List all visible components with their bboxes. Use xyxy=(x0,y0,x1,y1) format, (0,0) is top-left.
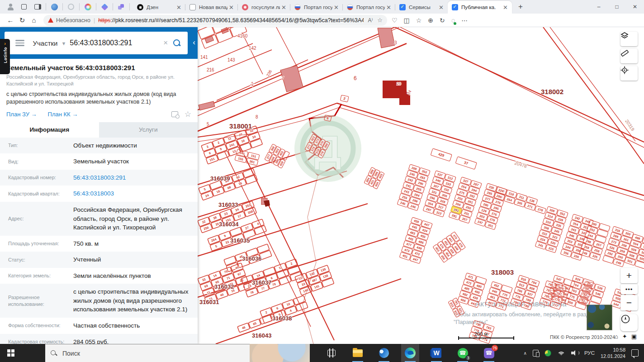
locate-button[interactable] xyxy=(620,66,638,81)
tab-close-icon[interactable]: ✕ xyxy=(280,4,288,11)
sidebar-window-icon[interactable] xyxy=(31,0,44,14)
antivirus-icon[interactable] xyxy=(545,350,551,357)
favorite-icon[interactable]: ☆ xyxy=(185,110,191,118)
tab-close-icon[interactable]: ✕ xyxy=(332,4,340,11)
maximize-button[interactable]: □ xyxy=(608,0,626,14)
zoom-more-button[interactable]: ••• xyxy=(620,284,638,294)
svg-text:4: 4 xyxy=(289,309,292,312)
svg-text:7: 7 xyxy=(281,76,284,81)
tray-chevron-icon[interactable]: ∧ xyxy=(524,351,527,356)
svg-text:461: 461 xyxy=(490,295,496,300)
favorite-star-icon[interactable]: ☆ xyxy=(377,17,383,24)
svg-text:316038: 316038 xyxy=(272,315,292,322)
browser-tab-1[interactable]: Дзен✕ xyxy=(133,1,185,14)
tab-stack-icon[interactable] xyxy=(17,0,31,14)
pinned-tab-purple-cards[interactable] xyxy=(114,0,128,14)
word-icon[interactable]: W xyxy=(427,344,445,362)
refresh-button[interactable]: ↻ xyxy=(16,14,28,26)
whatsapp-icon[interactable]: ☎3 xyxy=(454,344,472,362)
start-button[interactable] xyxy=(0,344,22,362)
history-icon[interactable]: ↻ xyxy=(440,17,445,24)
split-screen-icon[interactable]: ◫ xyxy=(404,17,410,24)
minimize-button[interactable]: – xyxy=(590,0,608,14)
viber-icon[interactable]: ☎76 xyxy=(480,344,498,362)
browser-tab-5[interactable]: Портал госуда✕ xyxy=(343,1,395,14)
more-menu-icon[interactable]: ⋯ xyxy=(461,17,468,24)
wifi-icon[interactable] xyxy=(557,350,565,356)
search-icon[interactable] xyxy=(173,39,180,47)
collections-icon[interactable]: ⊕ xyxy=(428,17,433,24)
language-indicator[interactable]: РУС xyxy=(584,350,595,356)
pinned-tab-color-ring[interactable] xyxy=(81,0,95,14)
browser-essentials-icon[interactable]: ♡ xyxy=(392,17,398,24)
profile-avatar-icon[interactable] xyxy=(4,0,17,14)
tab-close-icon[interactable]: ✕ xyxy=(175,4,183,11)
notification-center-icon[interactable] xyxy=(631,349,639,357)
map-area[interactable]: Актуализация завершена Чтобы активироват… xyxy=(198,27,644,344)
task-view-icon[interactable] xyxy=(322,344,341,362)
system-tray: ∧ РУС 10:58 12.01.2024 xyxy=(524,347,644,360)
new-tab-button[interactable]: + xyxy=(515,1,526,13)
browser-tab-3[interactable]: госуслуги лич✕ xyxy=(238,1,290,14)
photos-app-icon[interactable] xyxy=(375,344,393,362)
browser-tab-4[interactable]: Портал госуда✕ xyxy=(290,1,343,14)
browser-tab-7[interactable]: Публичная ка.✕ xyxy=(448,1,512,14)
tab-close-icon[interactable]: ✕ xyxy=(502,4,509,11)
plan-view-icon[interactable] xyxy=(171,111,178,117)
clock[interactable]: 10:58 12.01.2024 xyxy=(601,347,625,360)
device-cast-icon[interactable] xyxy=(533,350,539,357)
close-button[interactable]: ✕ xyxy=(626,0,644,14)
tab-close-icon[interactable]: ✕ xyxy=(227,4,235,11)
info-value[interactable]: 56:43:0318003 xyxy=(71,189,114,198)
read-aloud-icon[interactable]: A⁾ xyxy=(368,17,373,24)
svg-text:34: 34 xyxy=(252,135,256,139)
basemap-thumbnail[interactable] xyxy=(587,305,612,330)
info-value[interactable]: 56:43:0318003:291 xyxy=(71,173,126,182)
file-explorer-icon[interactable] xyxy=(349,344,367,362)
security-warning-label[interactable]: Небезопасно xyxy=(56,17,90,24)
tab-information[interactable]: Информация xyxy=(0,122,99,138)
back-button[interactable]: ← xyxy=(5,14,16,26)
svg-text:243: 243 xyxy=(403,189,409,194)
zoom-out-button[interactable]: − xyxy=(620,295,638,310)
search-highlight-image[interactable] xyxy=(250,344,310,362)
pinned-tab-diamond[interactable] xyxy=(98,0,111,14)
zoom-in-button[interactable]: + xyxy=(620,268,638,283)
tab-close-icon[interactable]: ✕ xyxy=(437,4,445,11)
svg-text:470: 470 xyxy=(453,234,458,240)
svg-text:71: 71 xyxy=(226,276,231,280)
basemap-switch-icon[interactable]: ▣ xyxy=(631,333,637,340)
browser-tab-6[interactable]: Сервисы✕ xyxy=(395,1,448,14)
pinned-tab-blue-globe[interactable] xyxy=(47,0,61,14)
center-map-icon[interactable]: ✦ xyxy=(622,333,627,340)
tab-services[interactable]: Услуги xyxy=(99,122,198,138)
info-row: Кадастровый квартал:56:43:0318003 xyxy=(0,186,198,202)
my-location-button[interactable] xyxy=(620,314,638,331)
sync-status-icon[interactable]: ◌ xyxy=(451,17,455,24)
layers-button[interactable] xyxy=(620,32,638,46)
edge-browser-icon[interactable] xyxy=(401,344,419,362)
menu-icon[interactable] xyxy=(15,40,24,46)
address-bar[interactable]: Небезопасно | https ://pkk.rosreestr.ru/… xyxy=(43,15,387,26)
taskbar-search[interactable]: Поиск xyxy=(45,344,250,362)
plan-kk-link[interactable]: План КК → xyxy=(48,111,78,118)
plan-zu-link[interactable]: План ЗУ → xyxy=(6,111,37,118)
search-input[interactable] xyxy=(70,39,163,47)
svg-text:299: 299 xyxy=(412,199,418,203)
pinned-tab-gray-circle[interactable] xyxy=(64,0,78,14)
home-button[interactable]: ⌂ xyxy=(28,14,40,26)
svg-text:341: 341 xyxy=(538,243,544,248)
lotinfo-ribbon[interactable]: › Lotinfo xyxy=(0,39,10,74)
measure-button[interactable] xyxy=(620,49,638,63)
favorites-icon[interactable]: ☆ xyxy=(416,17,422,24)
search-category-select[interactable]: Участки xyxy=(33,39,57,47)
collapse-panel-icon[interactable]: ‹ xyxy=(193,38,195,47)
svg-text:352: 352 xyxy=(559,211,565,216)
volume-icon[interactable] xyxy=(571,350,578,356)
svg-text:321: 321 xyxy=(431,190,437,195)
tab-close-icon[interactable]: ✕ xyxy=(385,4,393,11)
home-map-icon[interactable]: ⌂ xyxy=(615,333,618,340)
clear-search-icon[interactable]: × xyxy=(163,38,168,48)
browser-tab-2[interactable]: Новая вкладк✕ xyxy=(185,1,238,14)
svg-text:244: 244 xyxy=(587,233,593,238)
